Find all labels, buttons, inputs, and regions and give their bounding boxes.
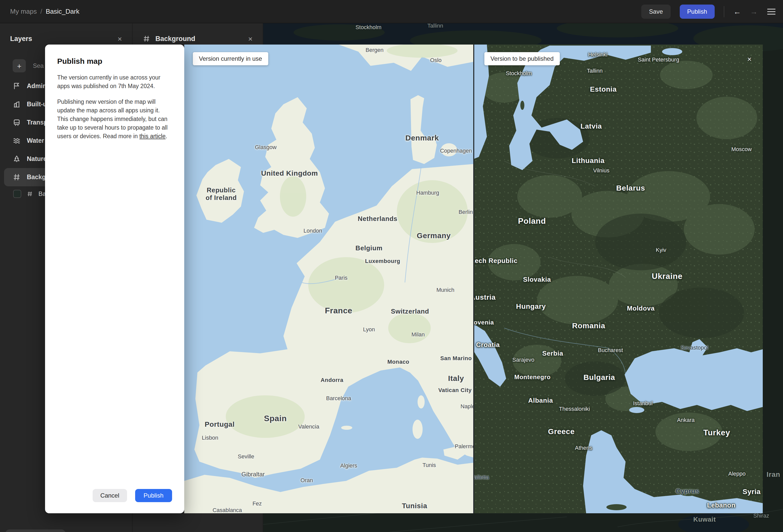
app-window: My maps / Basic_Dark Save Publish ← → [0,0,783,532]
search-input[interactable]: Sea [33,62,44,69]
version-chip-current: Version currently in use [193,52,268,65]
background-close-icon[interactable]: × [248,35,253,42]
publish-modal: Publish map The version currently in use… [45,44,184,513]
add-layer-button[interactable]: + [13,59,26,72]
map-light-geography [184,44,474,513]
buildings-icon [13,100,21,108]
flag-icon [13,82,21,90]
undo-arrow-icon[interactable]: ← [733,7,741,16]
comparison-divider[interactable] [473,44,474,513]
cancel-button[interactable]: Cancel [93,489,127,502]
publish-button-modal[interactable]: Publish [135,489,172,502]
grid-icon [143,35,150,42]
redo-arrow-icon[interactable]: → [750,7,758,16]
map-version-new[interactable]: EstoniaLatviaLithuaniaBelarusPolandCzech… [474,44,763,513]
workspace: StockholmTallinnIranShirazKuwait Layers … [0,23,783,532]
this-article-link[interactable]: this article [139,133,166,139]
topbar-actions: Save Publish ← → [641,4,776,19]
modal-paragraph-1: The version currently in use across your… [57,73,172,91]
sidebar-item-label: Nature [27,155,47,162]
grid-icon [13,173,21,181]
breadcrumb-my-maps[interactable]: My maps [10,8,37,15]
layer-color-swatch[interactable] [13,190,21,198]
modal-title: Publish map [57,57,172,65]
breadcrumb-separator: / [40,8,42,15]
topbar: My maps / Basic_Dark Save Publish ← → [0,0,783,23]
publish-button-top[interactable]: Publish [680,4,715,19]
bottom-left-control[interactable] [5,529,66,532]
layers-close-icon[interactable]: × [118,35,122,42]
comparison-close-icon[interactable]: × [747,55,752,63]
breadcrumb: My maps / Basic_Dark [10,8,80,15]
nature-icon [13,155,21,163]
sidebar-item-label: Water [27,137,44,144]
modal-footer: Cancel Publish [93,489,172,502]
menu-icon[interactable] [767,8,776,15]
toolbar-divider [724,6,724,17]
modal-paragraph-2-end: . [165,133,167,139]
water-icon [13,137,21,145]
layers-title: Layers [10,35,113,42]
breadcrumb-map-name: Basic_Dark [46,8,80,15]
map-version-current[interactable]: United KingdomRepublic of IrelandDenmark… [184,44,474,513]
modal-paragraph-2: Publishing new version of the map will u… [57,98,172,141]
version-chip-new: Version to be published [484,52,560,65]
transport-icon [13,119,21,127]
map-dark-geography [474,44,763,513]
background-panel-title: Background [155,35,243,42]
save-button[interactable]: Save [641,4,670,19]
grid-icon [27,191,33,197]
